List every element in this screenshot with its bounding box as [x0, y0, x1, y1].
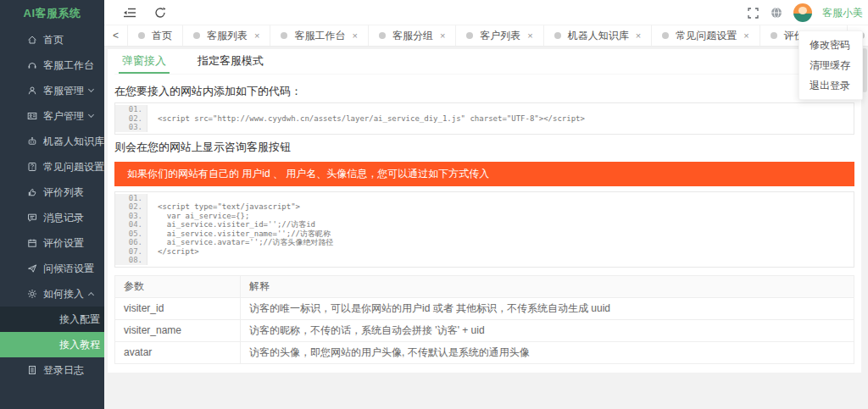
open-tab[interactable]: 客服列表× — [183, 25, 270, 46]
code-text — [147, 123, 158, 132]
sidebar-item-label: 客户管理 — [43, 110, 84, 122]
table-cell: avatar — [115, 341, 241, 363]
sidebar-item[interactable]: 客服管理 — [0, 78, 104, 103]
code-line: 03. — [115, 123, 854, 132]
tab-label: 首页 — [152, 29, 172, 43]
robot-icon — [27, 136, 37, 146]
dropdown-item[interactable]: 退出登录 — [799, 75, 862, 96]
line-number: 03. — [115, 123, 147, 132]
tab-close-icon[interactable]: × — [527, 31, 532, 41]
note-text: 则会在您的网站上显示咨询客服按钮 — [114, 140, 854, 155]
chevron-up-icon — [88, 292, 94, 298]
open-tab[interactable]: 常见问题设置× — [652, 25, 760, 46]
open-tab[interactable]: 首页 — [128, 25, 183, 46]
open-tab[interactable]: 机器人知识库× — [544, 25, 652, 46]
main-content: 弹窗接入 指定客服模式 在您要接入的网站内添加如下的代码： 01.02.<scr… — [104, 47, 868, 409]
dropdown-item[interactable]: 清理缓存 — [799, 55, 862, 75]
open-tab[interactable]: 客服工作台× — [270, 25, 368, 46]
user-avatar[interactable] — [793, 3, 812, 22]
fullscreen-icon[interactable] — [746, 6, 760, 19]
content-card: 弹窗接入 指定客服模式 在您要接入的网站内添加如下的代码： 01.02.<scr… — [108, 49, 861, 373]
sidebar-item-label: 问候语设置 — [43, 263, 94, 274]
tab-label: 客服工作台 — [294, 29, 345, 43]
app-title: AI客服系统 — [0, 0, 104, 27]
code-text: <script src="http://www.cyydwh.cn/assets… — [147, 114, 585, 124]
sidebar-item-label: 首页 — [43, 34, 64, 46]
table-cell: 访客的头像，即您网站的用户头像, 不传默认是系统的通用头像 — [241, 341, 854, 363]
line-number: 06. — [115, 238, 147, 247]
open-tab[interactable]: 客服分组× — [369, 25, 456, 46]
mode-tabs: 弹窗接入 指定客服模式 — [114, 49, 854, 75]
tab-close-icon[interactable]: × — [743, 31, 748, 41]
sidebar-item[interactable]: 登录日志 — [0, 357, 104, 383]
tab-status-dot — [554, 32, 561, 39]
line-number: 03. — [115, 212, 147, 221]
workbench-icon — [27, 60, 37, 70]
tab-close-icon[interactable]: × — [254, 31, 259, 41]
visitor-code-block: 01.02.<script type="text/javascript">03.… — [114, 191, 854, 268]
tab-status-dot — [466, 32, 473, 39]
param-table-header: 参数 — [115, 275, 241, 297]
line-number: 01. — [115, 194, 147, 203]
line-number: 07. — [115, 247, 147, 257]
tab-assigned-agent-mode[interactable]: 指定客服模式 — [194, 49, 267, 74]
sidebar-item[interactable]: 问候语设置 — [0, 256, 104, 281]
sidebar-subitem[interactable]: 接入配置 — [0, 307, 104, 332]
sidebar-subitem-label: 接入配置 — [59, 313, 100, 325]
sidebar-item[interactable]: 评价设置 — [0, 230, 104, 256]
tab-popup-access[interactable]: 弹窗接入 — [119, 49, 170, 74]
line-number: 08. — [115, 256, 147, 265]
customer-icon — [27, 111, 37, 121]
sidebar-subitem[interactable]: 接入教程 — [0, 332, 104, 357]
table-row: visiter_id访客的唯一标识，可以是你网站的用户id 或者 其他标识，不传… — [115, 297, 854, 319]
tab-status-dot — [771, 32, 777, 39]
connect-icon — [27, 289, 37, 299]
topbar-right: 客服小美 — [746, 0, 863, 25]
code-line: 07.</script> — [115, 247, 854, 257]
table-cell: visiter_id — [115, 297, 241, 319]
tab-label: 常见问题设置 — [676, 29, 737, 43]
sidebar: AI客服系统 首页客服工作台客服管理客户管理机器人知识库常见问题设置评价列表消息… — [0, 0, 104, 409]
sidebar-item[interactable]: 机器人知识库 — [0, 129, 104, 154]
username-label[interactable]: 客服小美 — [822, 6, 863, 20]
code-text: </script> — [147, 247, 199, 257]
open-tab[interactable]: 客户列表× — [456, 25, 543, 46]
tab-label: 客服列表 — [207, 29, 248, 43]
sidebar-item[interactable]: 评价列表 — [0, 180, 104, 205]
code-line: 01. — [115, 105, 854, 114]
refresh-icon[interactable] — [153, 6, 167, 19]
sidebar-item-label: 评价列表 — [43, 186, 84, 198]
tab-close-icon[interactable]: × — [440, 31, 445, 41]
chevron-down-icon — [88, 112, 94, 118]
line-number: 01. — [115, 105, 147, 114]
sidebar-item-label: 客服管理 — [43, 85, 84, 97]
code-line: 06. ai_service.avatar='';//访客头像绝对路径 — [115, 238, 854, 247]
topbar-left — [123, 0, 167, 25]
agent-icon — [27, 86, 37, 96]
sidebar-item[interactable]: 首页 — [0, 27, 104, 53]
table-row: avatar访客的头像，即您网站的用户头像, 不传默认是系统的通用头像 — [115, 341, 854, 363]
open-tabs: 首页客服列表×客服工作台×客服分组×客户列表×机器人知识库×常见问题设置×评价列… — [128, 25, 868, 46]
tab-close-icon[interactable]: × — [352, 31, 357, 41]
language-globe-icon[interactable] — [770, 6, 783, 19]
code-line: 01. — [115, 194, 854, 203]
line-number: 02. — [115, 202, 147, 212]
sidebar-item[interactable]: 消息记录 — [0, 205, 104, 230]
sidebar-item[interactable]: 如何接入 — [0, 281, 104, 307]
code-text: ai_service.visiter_name='';//访客昵称 — [147, 229, 331, 239]
code-line: 04. ai_service.visiter_id='';//访客id — [115, 220, 854, 229]
sidebar-item-label: 评价设置 — [43, 237, 84, 249]
sidebar-item[interactable]: 常见问题设置 — [0, 154, 104, 180]
faq-icon — [27, 162, 37, 172]
sidebar-item-label: 常见问题设置 — [43, 161, 104, 173]
code-text: ai_service.visiter_id='';//访客id — [147, 220, 315, 229]
code-text — [147, 194, 158, 203]
sidebar-item-label: 客服工作台 — [43, 59, 94, 71]
collapse-menu-icon[interactable] — [123, 6, 136, 19]
intro-text: 在您要接入的网站内添加如下的代码： — [114, 84, 854, 99]
sidebar-item[interactable]: 客服工作台 — [0, 53, 104, 78]
tab-close-icon[interactable]: × — [636, 31, 641, 41]
sidebar-item[interactable]: 客户管理 — [0, 103, 104, 129]
tabs-scroll-left-icon[interactable]: < — [104, 25, 128, 46]
dropdown-item[interactable]: 修改密码 — [799, 35, 862, 55]
